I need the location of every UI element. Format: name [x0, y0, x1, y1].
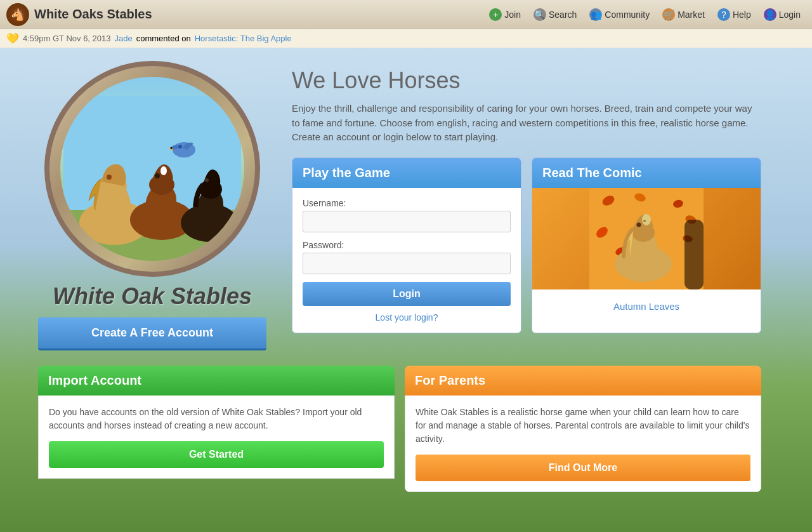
content-area: White Oak Stables Create A Free Account …	[38, 61, 761, 350]
nav-join-label: Join	[504, 10, 521, 20]
play-panel-header: Play the Game	[292, 158, 521, 188]
header: 🐴 White Oaks Stables + Join 🔍 Search 👥 C…	[0, 0, 812, 29]
comic-image	[532, 188, 761, 289]
svg-point-11	[205, 178, 209, 182]
play-panel-body: Username: Password: Login Lost your logi…	[292, 188, 521, 333]
comic-panel: Read The Comic	[532, 157, 761, 333]
hero-right: We Love Horses Enjoy the thrill, challen…	[292, 61, 761, 350]
nav-search-label: Search	[549, 10, 577, 20]
horses-illustration	[63, 96, 241, 261]
import-panel-header: Import Account	[38, 366, 395, 396]
nav-community-label: Community	[605, 10, 650, 20]
password-input[interactable]	[303, 253, 511, 274]
play-game-panel: Play the Game Username: Password: Login …	[292, 157, 521, 333]
svg-point-4	[107, 175, 112, 180]
nav-login[interactable]: 👤 Login	[759, 6, 806, 23]
import-panel-body: Do you have accounts on the old version …	[38, 396, 395, 479]
get-started-button[interactable]: Get Started	[49, 441, 384, 468]
hero-left: White Oak Stables Create A Free Account	[38, 61, 266, 350]
nav-help-label: Help	[733, 10, 751, 20]
svg-rect-28	[684, 220, 704, 289]
horseshoe-frame	[44, 61, 260, 277]
notif-icon: 💛	[6, 32, 19, 44]
comic-panel-header: Read The Comic	[532, 158, 761, 188]
notif-action: commented on	[136, 34, 191, 43]
horseshoe-inner	[60, 77, 244, 261]
comic-panel-body: Autumn Leaves	[532, 289, 761, 323]
nav-login-label: Login	[779, 10, 801, 20]
parents-panel-title: For Parents	[415, 373, 485, 387]
import-panel-desc: Do you have accounts on the old version …	[49, 406, 384, 432]
market-icon: 🛒	[662, 8, 675, 21]
community-icon: 👥	[589, 8, 602, 21]
header-logo: 🐴 White Oaks Stables	[6, 3, 152, 26]
notif-user[interactable]: Jade	[115, 34, 133, 43]
nav-market[interactable]: 🛒 Market	[657, 6, 710, 23]
parents-panel-desc: White Oak Stables is a realistic horse g…	[416, 406, 750, 446]
svg-point-7	[155, 173, 160, 178]
nav-help[interactable]: ? Help	[712, 6, 756, 23]
panels-row: Play the Game Username: Password: Login …	[292, 157, 761, 333]
hero-description: Enjoy the thrill, challenge and responsi…	[292, 102, 761, 145]
join-icon: +	[489, 8, 502, 21]
main: White Oak Stables Create A Free Account …	[0, 48, 812, 532]
help-icon: ?	[717, 8, 730, 21]
svg-point-25	[637, 222, 641, 227]
nav-market-label: Market	[678, 10, 705, 20]
nav-join[interactable]: + Join	[484, 6, 526, 23]
logo-icon: 🐴	[6, 3, 29, 26]
notif-link[interactable]: Horsetastic: The Big Apple	[195, 34, 292, 43]
notification-bar: 💛 4:59pm GT Nov 6, 2013 Jade commented o…	[0, 29, 812, 48]
parents-panel-header: For Parents	[405, 366, 761, 396]
nav-community[interactable]: 👥 Community	[584, 6, 655, 23]
comic-svg	[589, 188, 704, 289]
svg-point-14	[171, 147, 173, 149]
svg-point-13	[178, 145, 182, 149]
site-name-large: White Oak Stables	[38, 283, 266, 310]
find-out-button[interactable]: Find Out More	[416, 455, 750, 481]
login-button[interactable]: Login	[303, 282, 511, 306]
parents-panel: For Parents White Oak Stables is a reali…	[405, 366, 761, 492]
bottom-panels: Import Account Do you have accounts on t…	[38, 366, 761, 492]
password-label: Password:	[303, 240, 511, 250]
svg-point-26	[642, 214, 651, 225]
header-nav: + Join 🔍 Search 👥 Community 🛒 Market ? H…	[484, 6, 806, 23]
comic-panel-title: Read The Comic	[542, 166, 642, 180]
site-title: White Oaks Stables	[34, 7, 152, 22]
play-panel-title: Play the Game	[303, 166, 390, 180]
create-account-button[interactable]: Create A Free Account	[38, 317, 266, 350]
username-label: Username:	[303, 198, 511, 208]
username-input[interactable]	[303, 211, 511, 232]
lost-login-link[interactable]: Lost your login?	[303, 312, 511, 323]
horseshoe-circle	[44, 61, 260, 277]
nav-search[interactable]: 🔍 Search	[528, 6, 582, 23]
login-icon: 👤	[764, 8, 776, 21]
import-panel: Import Account Do you have accounts on t…	[38, 366, 395, 492]
svg-point-8	[160, 166, 167, 175]
notif-time: 4:59pm GT Nov 6, 2013	[23, 34, 111, 43]
comic-link[interactable]: Autumn Leaves	[542, 295, 750, 318]
search-icon: 🔍	[534, 8, 546, 21]
svg-point-27	[643, 220, 646, 222]
import-panel-title: Import Account	[48, 373, 141, 387]
parents-panel-body: White Oak Stables is a realistic horse g…	[405, 396, 761, 492]
hero-title: We Love Horses	[292, 67, 761, 94]
